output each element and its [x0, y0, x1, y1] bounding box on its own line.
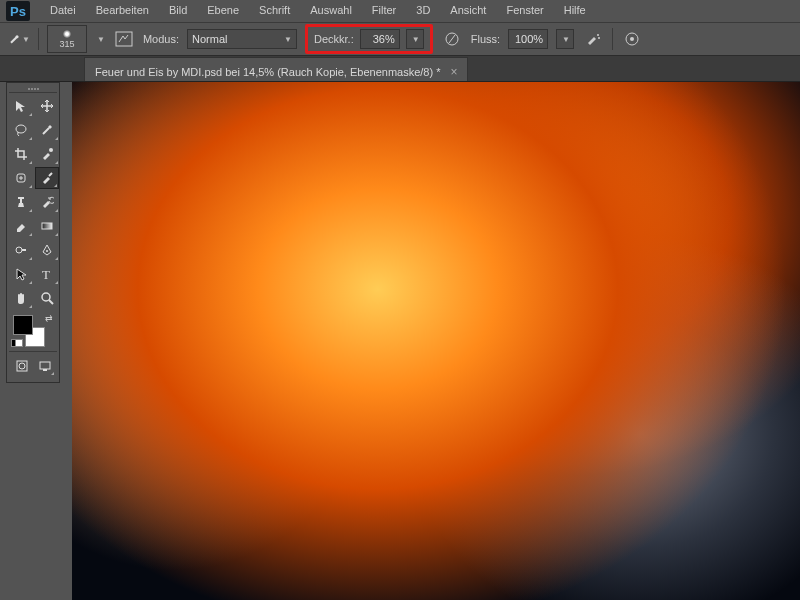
svg-point-7	[16, 125, 26, 133]
svg-rect-21	[43, 369, 47, 371]
svg-point-17	[42, 293, 50, 301]
chevron-down-icon[interactable]: ▼	[97, 35, 105, 44]
brush-preset-picker[interactable]: 315	[47, 25, 87, 53]
svg-rect-14	[22, 249, 26, 251]
svg-point-19	[19, 363, 25, 369]
pressure-opacity-icon[interactable]	[441, 28, 463, 50]
menu-filter[interactable]: Filter	[362, 0, 406, 22]
mode-label: Modus:	[143, 33, 179, 45]
svg-rect-12	[42, 223, 52, 229]
blend-mode-select[interactable]: Normal ▼	[187, 29, 297, 49]
opacity-dropdown[interactable]: ▼	[406, 29, 424, 49]
airbrush-icon[interactable]	[582, 28, 604, 50]
separator	[38, 28, 39, 50]
artboard-tool[interactable]	[35, 95, 59, 117]
foreground-swatch[interactable]	[13, 315, 33, 335]
brush-size-label: 315	[59, 39, 74, 49]
svg-text:T: T	[42, 267, 50, 281]
svg-rect-1	[116, 32, 132, 46]
menu-select[interactable]: Auswahl	[300, 0, 362, 22]
flow-input[interactable]: 100%	[508, 29, 548, 49]
svg-point-4	[598, 37, 600, 39]
eyedropper-tool[interactable]	[35, 143, 59, 165]
menu-image[interactable]: Bild	[159, 0, 197, 22]
gradient-tool[interactable]	[35, 215, 59, 237]
svg-rect-20	[40, 362, 50, 369]
document-artwork	[72, 82, 800, 600]
pressure-size-icon[interactable]	[621, 28, 643, 50]
document-tab-bar: Feuer und Eis by MDI.psd bei 14,5% (Rauc…	[0, 56, 800, 82]
svg-point-15	[46, 250, 48, 252]
menu-file[interactable]: Datei	[40, 0, 86, 22]
pen-tool[interactable]	[35, 239, 59, 261]
opacity-label: Deckkr.:	[314, 33, 354, 45]
default-colors-icon[interactable]	[11, 335, 23, 349]
lasso-tool[interactable]	[9, 119, 33, 141]
panel-grip[interactable]	[9, 85, 57, 93]
separator	[612, 28, 613, 50]
opacity-group-highlight: Deckkr.: 36% ▼	[305, 24, 433, 54]
healing-brush-tool[interactable]	[9, 167, 33, 189]
magic-wand-tool[interactable]	[35, 119, 59, 141]
opacity-value: 36%	[373, 33, 395, 45]
menu-layer[interactable]: Ebene	[197, 0, 249, 22]
path-select-tool[interactable]	[9, 263, 33, 285]
dodge-tool[interactable]	[9, 239, 33, 261]
close-icon[interactable]: ×	[450, 65, 457, 79]
menu-view[interactable]: Ansicht	[440, 0, 496, 22]
document-tab[interactable]: Feuer und Eis by MDI.psd bei 14,5% (Rauc…	[84, 57, 468, 81]
history-brush-tool[interactable]	[35, 191, 59, 213]
quick-mask-icon[interactable]	[11, 356, 32, 376]
opacity-input[interactable]: 36%	[360, 29, 400, 49]
svg-point-0	[16, 35, 19, 38]
menu-window[interactable]: Fenster	[496, 0, 553, 22]
brush-panel-icon[interactable]	[113, 28, 135, 50]
tools-panel: T ⇄	[6, 82, 60, 383]
flow-dropdown[interactable]: ▼	[556, 29, 574, 49]
menu-edit[interactable]: Bearbeiten	[86, 0, 159, 22]
chevron-down-icon: ▼	[284, 35, 292, 44]
app-badge: Ps	[6, 1, 30, 21]
svg-point-6	[630, 37, 634, 41]
document-tab-title: Feuer und Eis by MDI.psd bei 14,5% (Rauc…	[95, 66, 440, 78]
move-tool[interactable]	[9, 95, 33, 117]
zoom-tool[interactable]	[35, 287, 59, 309]
crop-tool[interactable]	[9, 143, 33, 165]
canvas-area[interactable]	[72, 82, 800, 600]
brush-preview-dot	[63, 30, 71, 38]
svg-rect-11	[18, 197, 24, 199]
hand-tool[interactable]	[9, 287, 33, 309]
clone-stamp-tool[interactable]	[9, 191, 33, 213]
options-bar: ▼ 315 ▼ Modus: Normal ▼ Deckkr.: 36% ▼ F…	[0, 22, 800, 56]
flow-label: Fluss:	[471, 33, 500, 45]
color-swatches[interactable]: ⇄	[9, 313, 57, 349]
type-tool[interactable]: T	[35, 263, 59, 285]
flow-value: 100%	[515, 33, 543, 45]
svg-point-3	[597, 34, 599, 36]
eraser-tool[interactable]	[9, 215, 33, 237]
blend-mode-value: Normal	[192, 33, 227, 45]
menu-type[interactable]: Schrift	[249, 0, 300, 22]
swap-colors-icon[interactable]: ⇄	[45, 313, 53, 323]
tool-preset-icon[interactable]: ▼	[8, 28, 30, 50]
menu-3d[interactable]: 3D	[406, 0, 440, 22]
menu-help[interactable]: Hilfe	[554, 0, 596, 22]
svg-point-8	[49, 148, 53, 152]
svg-point-13	[16, 247, 22, 253]
menu-bar: Ps Datei Bearbeiten Bild Ebene Schrift A…	[0, 0, 800, 22]
screen-mode-icon[interactable]	[34, 356, 55, 376]
brush-tool[interactable]	[35, 167, 59, 189]
